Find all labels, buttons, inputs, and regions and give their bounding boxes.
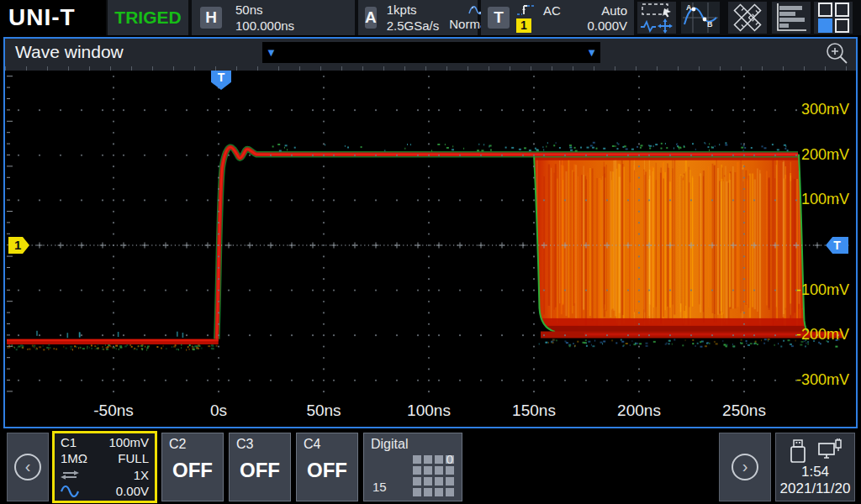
channel1-id: C1 xyxy=(61,435,77,450)
waveform-move-icon xyxy=(641,18,673,34)
channel4-id: C4 xyxy=(304,437,351,452)
measure-results-button[interactable] xyxy=(772,2,811,34)
brand-logo: UNI-T xyxy=(0,0,106,35)
channel4-state: OFF xyxy=(304,459,351,482)
y-axis-label: -300mV xyxy=(789,371,849,389)
chevron-right-icon: › xyxy=(732,454,758,480)
x-axis-label: 200ns xyxy=(617,402,661,420)
select-cursor-icon xyxy=(642,4,671,18)
trigger-source-badge: 1 xyxy=(516,18,531,33)
y-axis-label: -200mV xyxy=(789,326,849,344)
digital-last-channel: 15 xyxy=(372,480,387,494)
cursor-ab-button[interactable]: A B xyxy=(681,2,720,34)
channel1-sine-icon xyxy=(61,486,79,497)
x-axis-label: 150ns xyxy=(512,402,556,420)
cursor-ab-icon: A B xyxy=(683,3,718,33)
waveform-canvas[interactable] xyxy=(7,71,851,398)
channel1-bandwidth: FULL xyxy=(118,451,149,466)
channel2-id: C2 xyxy=(169,437,216,452)
trigger-edge-icon xyxy=(516,3,536,17)
dropdown-arrow-right-icon: ▼ xyxy=(586,47,597,58)
trigger-level-value: 0.000V xyxy=(568,18,627,33)
x-axis-label: 0s xyxy=(210,402,227,420)
x-axis-label: 100ns xyxy=(407,402,451,420)
waveform-display-area[interactable]: 1 T T 300mV200mV100mV-100mV-200mV-300mV-… xyxy=(7,71,851,398)
y-axis-label: -100mV xyxy=(789,281,849,299)
channel3-panel[interactable]: C3 OFF xyxy=(229,433,291,501)
channel3-id: C3 xyxy=(236,437,283,452)
channel2-state: OFF xyxy=(169,459,216,482)
wave-source-dropdown[interactable]: ▼ ▼ xyxy=(262,42,600,63)
digital-label: Digital xyxy=(371,437,408,452)
acquire-settings-button[interactable]: A 1kpts 2.5GSa/s Normal xyxy=(358,0,478,35)
trigger-sweep-value: Auto xyxy=(568,3,627,18)
svg-text:B: B xyxy=(707,20,713,29)
coupling-icon xyxy=(61,470,79,480)
channel1-offset: 0.00V xyxy=(116,484,149,499)
channel4-panel[interactable]: C4 OFF xyxy=(296,433,358,501)
brand-text: UNI-T xyxy=(8,4,76,31)
display-grid-icon xyxy=(816,2,850,34)
lan-connection-icon xyxy=(818,438,842,464)
sample-rate-value: 2.5GSa/s xyxy=(387,19,440,33)
usb-device-icon xyxy=(789,438,807,464)
wave-window-titlebar: Wave window ▼ ▼ xyxy=(5,39,856,66)
wave-window-title: Wave window xyxy=(15,42,124,62)
channel3-state: OFF xyxy=(236,459,283,482)
channel1-probe: 1X xyxy=(134,468,149,483)
channel2-panel[interactable]: C2 OFF xyxy=(161,433,224,501)
trigger-key[interactable]: T xyxy=(488,7,510,29)
digital-channels-panel[interactable]: Digital 0 15 xyxy=(363,433,462,501)
channel1-scale: 100mV xyxy=(108,435,149,450)
top-status-bar: UNI-T TRIGED H 50ns 100.000ns A 1kpts 2.… xyxy=(0,0,861,35)
trigger-coupling-value: AC xyxy=(543,3,561,18)
trigger-settings-button[interactable]: T AC Auto 1 0.000V xyxy=(481,0,634,35)
scroll-right-button[interactable]: › xyxy=(719,433,771,501)
digital-first-channel: 0 xyxy=(446,452,453,466)
selection-tools-button[interactable] xyxy=(637,2,676,34)
scroll-left-button[interactable]: ‹ xyxy=(7,433,49,501)
horizontal-settings-button[interactable]: H 50ns 100.000ns xyxy=(192,0,355,35)
display-layout-button[interactable] xyxy=(814,2,853,34)
system-date: 2021/11/20 xyxy=(776,480,854,497)
horizontal-key[interactable]: H xyxy=(200,7,222,29)
channel1-panel[interactable]: C1 100mV 1MΩ FULL 1X 0.00V xyxy=(52,431,157,503)
y-axis-label: 300mV xyxy=(789,101,849,118)
zoom-in-icon[interactable] xyxy=(824,41,849,65)
measure-rulers-icon xyxy=(731,2,764,34)
svg-text:A: A xyxy=(686,3,692,12)
oscilloscope-screen: UNI-T TRIGED H 50ns 100.000ns A 1kpts 2.… xyxy=(0,0,861,504)
y-axis-label: 200mV xyxy=(789,146,849,164)
memory-depth-value: 1kpts xyxy=(387,3,440,17)
x-axis-label: -50ns xyxy=(93,402,134,420)
trigger-status-indicator: TRIGED xyxy=(108,0,188,35)
y-axis-label: 100mV xyxy=(789,191,849,208)
acquire-key[interactable]: A xyxy=(365,7,377,29)
x-axis-label: 50ns xyxy=(306,402,341,420)
horizontal-offset-value: 100.000ns xyxy=(235,19,294,33)
results-list-icon xyxy=(774,3,808,33)
dropdown-arrow-left-icon: ▼ xyxy=(266,47,277,58)
chevron-left-icon: ‹ xyxy=(14,454,41,480)
measure-button[interactable] xyxy=(728,2,767,34)
system-status-panel: 1:54 2021/11/20 xyxy=(775,433,855,501)
channel1-impedance: 1MΩ xyxy=(61,451,87,466)
x-axis-label: 250ns xyxy=(722,402,766,420)
system-time: 1:54 xyxy=(776,464,854,480)
bottom-channel-bar: ‹ C1 100mV 1MΩ FULL 1X xyxy=(0,430,861,504)
timebase-value: 50ns xyxy=(235,3,294,17)
